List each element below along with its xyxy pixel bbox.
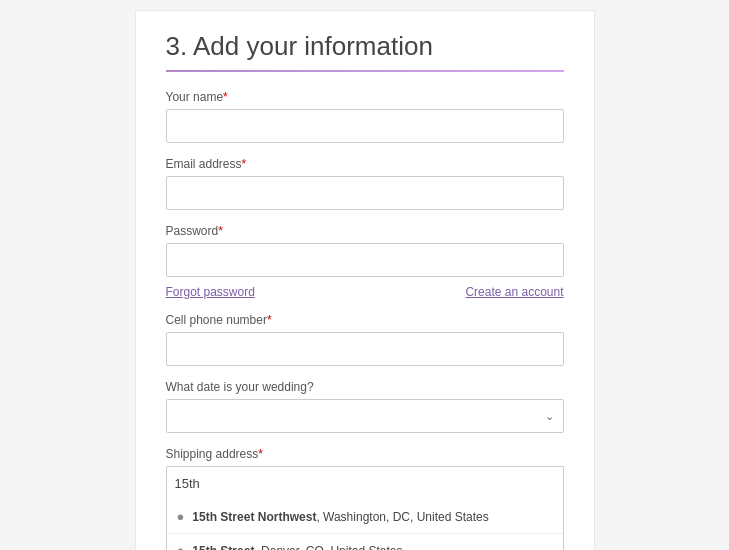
list-item[interactable]: ● 15th Street Northwest, Washington, DC,… <box>167 500 563 534</box>
shipping-field-group: Shipping address* ● 15th Street Northwes… <box>166 447 564 550</box>
page-title: 3. Add your information <box>166 31 564 62</box>
name-label: Your name* <box>166 90 564 104</box>
autocomplete-dropdown: ● 15th Street Northwest, Washington, DC,… <box>166 500 564 550</box>
email-label: Email address* <box>166 157 564 171</box>
wedding-label: What date is your wedding? <box>166 380 564 394</box>
phone-label: Cell phone number* <box>166 313 564 327</box>
forgot-password-link[interactable]: Forgot password <box>166 285 255 299</box>
list-item[interactable]: ● 15th Street, Denver, CO, United States <box>167 534 563 550</box>
wedding-field-group: What date is your wedding? ⌄ <box>166 380 564 433</box>
email-field-group: Email address* <box>166 157 564 210</box>
shipping-address-input[interactable] <box>166 466 564 500</box>
password-input[interactable] <box>166 243 564 277</box>
password-label: Password* <box>166 224 564 238</box>
shipping-label: Shipping address* <box>166 447 564 461</box>
wedding-select-wrapper: ⌄ <box>166 399 564 433</box>
password-links-row: Forgot password Create an account <box>166 285 564 299</box>
create-account-link[interactable]: Create an account <box>465 285 563 299</box>
location-pin-icon: ● <box>177 509 185 524</box>
wedding-date-select[interactable] <box>166 399 564 433</box>
phone-input[interactable] <box>166 332 564 366</box>
phone-field-group: Cell phone number* <box>166 313 564 366</box>
name-input[interactable] <box>166 109 564 143</box>
email-input[interactable] <box>166 176 564 210</box>
password-field-group: Password* <box>166 224 564 277</box>
location-pin-icon: ● <box>177 543 185 550</box>
title-divider <box>166 70 564 72</box>
name-field-group: Your name* <box>166 90 564 143</box>
form-container: 3. Add your information Your name* Email… <box>135 10 595 550</box>
